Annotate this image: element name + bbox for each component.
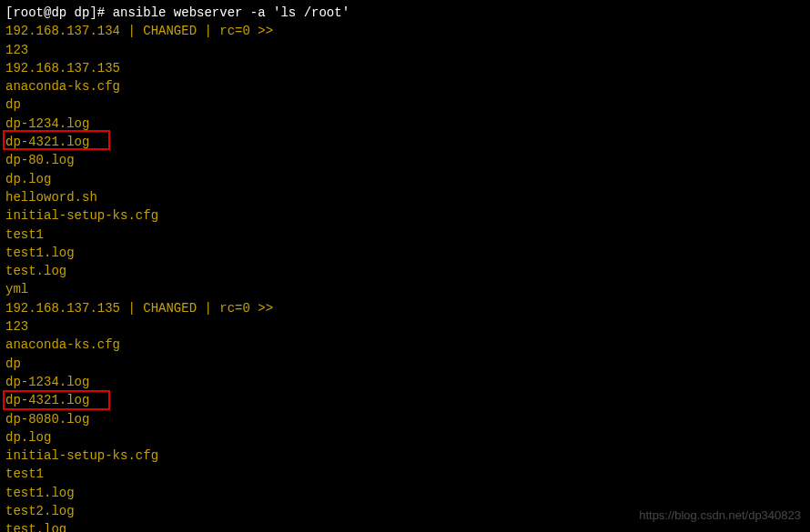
output-line: dp-1234.log xyxy=(5,373,805,391)
output-line: 123 xyxy=(5,41,805,59)
output-line: initial-setup-ks.cfg xyxy=(5,206,805,225)
output-line: dp-8080.log xyxy=(5,410,805,428)
output-line: dp-80.log xyxy=(5,151,805,169)
output-line: test.log xyxy=(5,262,805,280)
output-line: 192.168.137.135 | CHANGED | rc=0 >> xyxy=(5,299,805,317)
output-line: dp xyxy=(5,355,805,373)
output-line: dp-4321.log xyxy=(5,391,805,409)
terminal-output: [root@dp dp]# ansible webserver -a 'ls /… xyxy=(5,4,805,532)
output-line: anaconda-ks.cfg xyxy=(5,336,805,354)
output-line: test1 xyxy=(5,226,805,244)
prompt-line: [root@dp dp]# ansible webserver -a 'ls /… xyxy=(5,4,805,22)
command-text: ansible webserver -a 'ls /root' xyxy=(113,5,349,20)
output-line: yml xyxy=(5,280,805,298)
output-line: anaconda-ks.cfg xyxy=(5,77,805,95)
output-line: test1 xyxy=(5,465,805,483)
output-line: test1.log xyxy=(5,484,805,502)
output-line: dp.log xyxy=(5,170,805,188)
output-line: dp.log xyxy=(5,428,805,447)
output-line: initial-setup-ks.cfg xyxy=(5,447,805,465)
output-line: dp xyxy=(5,95,805,114)
output-line: helloword.sh xyxy=(5,188,805,206)
output-line: test1.log xyxy=(5,244,805,262)
output-line: 192.168.137.135 xyxy=(5,59,805,77)
prompt-prefix: [root@dp dp]# xyxy=(5,5,113,20)
output-line: dp-4321.log xyxy=(5,133,805,151)
output-line: 192.168.137.134 | CHANGED | rc=0 >> xyxy=(5,22,805,40)
watermark-text: https://blog.csdn.net/dp340823 xyxy=(639,507,801,525)
output-line: 123 xyxy=(5,317,805,336)
output-line: dp-1234.log xyxy=(5,115,805,133)
